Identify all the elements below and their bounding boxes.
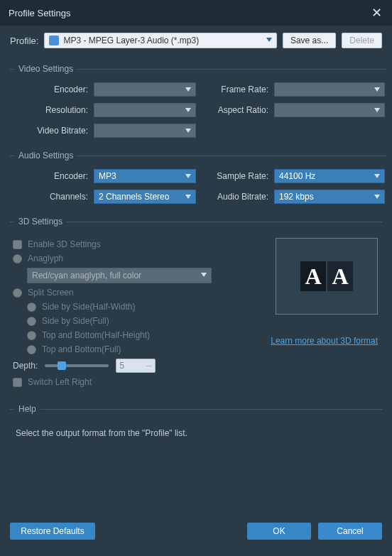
chevron-down-icon — [374, 87, 380, 92]
chevron-down-icon — [185, 87, 191, 92]
chevron-down-icon — [374, 195, 380, 199]
3d-settings-legend: 3D Settings — [14, 217, 67, 227]
cancel-button[interactable]: Cancel — [318, 523, 382, 540]
video-encoder-label: Encoder: — [11, 85, 94, 94]
close-icon[interactable]: ✕ — [369, 5, 383, 21]
save-as-button[interactable]: Save as... — [283, 33, 336, 48]
depth-slider[interactable] — [45, 364, 109, 367]
audio-settings-group: Audio Settings Encoder: MP3 Sample Rate:… — [10, 151, 386, 204]
video-settings-legend: Video Settings — [14, 64, 77, 74]
slider-thumb[interactable] — [58, 361, 66, 370]
resolution-select[interactable] — [94, 103, 196, 117]
aspect-select[interactable] — [274, 103, 385, 117]
samplerate-label: Sample Rate: — [200, 171, 274, 181]
chevron-down-icon — [185, 174, 191, 178]
chevron-down-icon — [374, 174, 380, 178]
preview-letter: A — [300, 261, 326, 291]
sbs-half-radio[interactable]: Side by Side(Half-Width) — [27, 302, 260, 312]
samplerate-select[interactable]: 44100 Hz — [274, 169, 385, 183]
chevron-down-icon — [185, 195, 191, 199]
help-group: Help Select the output format from the "… — [10, 404, 382, 445]
audio-encoder-select[interactable]: MP3 — [94, 169, 196, 183]
profile-value: MP3 - MPEG Layer-3 Audio (*.mp3) — [63, 36, 199, 45]
chevron-down-icon — [185, 129, 191, 133]
tab-half-radio[interactable]: Top and Bottom(Half-Height) — [27, 330, 260, 340]
delete-button: Delete — [342, 33, 382, 48]
chevron-down-icon — [201, 273, 207, 277]
audio-bitrate-label: Audio Bitrate: — [200, 192, 274, 202]
switch-lr-checkbox[interactable]: Switch Left Right — [13, 377, 260, 387]
split-screen-radio[interactable]: Split Screen — [13, 288, 260, 298]
3d-preview: AA — [276, 238, 378, 315]
resolution-label: Resolution: — [11, 105, 94, 115]
framerate-label: Frame Rate: — [200, 85, 274, 94]
footer: Restore Defaults OK Cancel — [0, 516, 392, 556]
chevron-down-icon — [374, 108, 380, 112]
restore-defaults-button[interactable]: Restore Defaults — [10, 523, 95, 540]
depth-spinner[interactable]: 5 — [116, 359, 156, 373]
format-icon — [49, 36, 59, 45]
video-bitrate-label: Video Bitrate: — [11, 126, 94, 136]
channels-label: Channels: — [11, 192, 94, 202]
audio-bitrate-select[interactable]: 192 kbps — [274, 190, 385, 204]
sbs-full-radio[interactable]: Side by Side(Full) — [27, 316, 260, 326]
audio-settings-legend: Audio Settings — [14, 151, 77, 160]
aspect-label: Aspect Ratio: — [200, 105, 274, 115]
video-bitrate-select[interactable] — [94, 124, 196, 138]
ok-button[interactable]: OK — [247, 523, 311, 540]
learn-3d-link[interactable]: Learn more about 3D format — [271, 336, 378, 346]
channels-select[interactable]: 2 Channels Stereo — [94, 190, 196, 204]
tab-full-radio[interactable]: Top and Bottom(Full) — [27, 344, 260, 354]
video-settings-group: Video Settings Encoder: Frame Rate: Reso… — [10, 64, 386, 138]
profile-select[interactable]: MP3 - MPEG Layer-3 Audio (*.mp3) — [44, 33, 276, 48]
chevron-down-icon — [185, 108, 191, 112]
3d-settings-group: 3D Settings Enable 3D Settings Anaglyph … — [10, 217, 382, 391]
preview-letter: A — [327, 261, 353, 291]
profile-label: Profile: — [10, 36, 38, 46]
help-text: Select the output format from the "Profi… — [11, 423, 381, 445]
framerate-select[interactable] — [274, 82, 385, 97]
titlebar: Profile Settings ✕ — [0, 0, 392, 26]
depth-label: Depth: — [13, 361, 38, 371]
enable-3d-checkbox[interactable]: Enable 3D Settings — [13, 239, 260, 249]
anaglyph-mode-select[interactable]: Red/cyan anaglyph, full color — [27, 268, 212, 283]
audio-encoder-label: Encoder: — [11, 171, 94, 181]
profile-row: Profile: MP3 - MPEG Layer-3 Audio (*.mp3… — [0, 26, 392, 58]
window-title: Profile Settings — [9, 8, 70, 18]
help-legend: Help — [14, 404, 40, 414]
anaglyph-radio[interactable]: Anaglyph — [13, 254, 260, 263]
chevron-down-icon — [266, 38, 272, 42]
video-encoder-select[interactable] — [94, 82, 196, 97]
